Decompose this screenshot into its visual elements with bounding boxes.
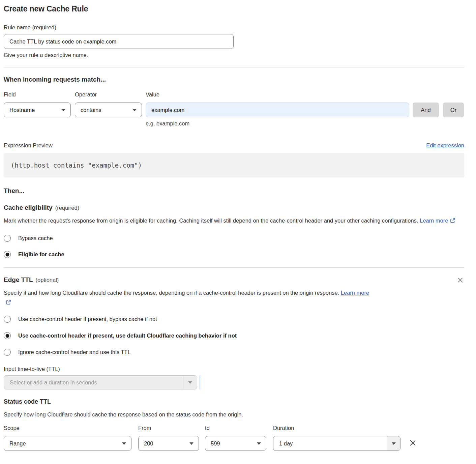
radio-label: Ignore cache-control header and use this…: [18, 349, 131, 355]
create-cache-rule-form: Create new Cache Rule Rule name (require…: [4, 0, 464, 451]
status-code-ttl-heading: Status code TTL: [4, 398, 464, 405]
value-input[interactable]: [146, 103, 409, 117]
edge-ttl-description: Specify if and how long Cloudflare shoul…: [4, 288, 375, 308]
rule-name-help: Give your rule a descriptive name.: [4, 52, 464, 58]
to-select-value: 599: [211, 440, 220, 447]
ttl-duration-select[interactable]: Select or add a duration in seconds: [4, 375, 197, 389]
chevron-down-icon[interactable]: [183, 376, 197, 389]
value-label: Value: [146, 91, 409, 99]
radio-eligible-for-cache[interactable]: Eligible for cache: [4, 251, 464, 258]
or-button[interactable]: Or: [443, 103, 464, 117]
field-label: Field: [4, 91, 71, 99]
radio-icon[interactable]: [4, 235, 11, 242]
expression-preview-label: Expression Preview: [4, 142, 53, 149]
external-link-icon: [6, 298, 11, 308]
radio-bypass-cache[interactable]: Bypass cache: [4, 235, 464, 242]
section-divider: [4, 67, 464, 67]
duration-select[interactable]: 1 day: [273, 436, 400, 451]
value-help: e.g. example.com: [146, 120, 409, 127]
radio-label: Use cache-control header if present, use…: [18, 332, 237, 339]
chevron-down-icon: [189, 442, 194, 445]
operator-select-value: contains: [81, 107, 101, 113]
duration-select-value: 1 day: [273, 436, 387, 451]
radio-label: Use cache-control header if present, byp…: [18, 316, 157, 322]
from-select-value: 200: [144, 440, 153, 447]
radio-cache-control-bypass[interactable]: Use cache-control header if present, byp…: [4, 316, 464, 323]
section-divider: [4, 267, 464, 268]
ttl-duration-placeholder: Select or add a duration in seconds: [4, 376, 183, 389]
required-badge: (required): [55, 205, 80, 211]
scope-select-value: Range: [9, 440, 26, 447]
edge-ttl-heading: Edge TTL(optional): [4, 276, 59, 284]
radio-icon[interactable]: [4, 316, 11, 323]
status-code-ttl-row: Scope Range From 200 to 599: [4, 425, 464, 451]
rule-name-label: Rule name (required): [4, 24, 464, 31]
status-code-ttl-description: Specify how long Cloudflare should cache…: [4, 410, 464, 419]
close-icon[interactable]: [456, 276, 464, 285]
field-select[interactable]: Hostname: [4, 103, 71, 117]
radio-icon[interactable]: [4, 349, 11, 356]
radio-ignore-cache-control[interactable]: Ignore cache-control header and use this…: [4, 349, 464, 356]
radio-icon-checked[interactable]: [4, 332, 11, 339]
chevron-down-icon[interactable]: [387, 436, 400, 451]
field-select-value: Hostname: [9, 107, 35, 113]
operator-select[interactable]: contains: [75, 103, 142, 117]
scope-select[interactable]: Range: [4, 436, 131, 451]
external-link-icon: [450, 216, 455, 226]
scope-label: Scope: [4, 425, 131, 432]
radio-cache-control-default[interactable]: Use cache-control header if present, use…: [4, 332, 464, 339]
learn-more-link[interactable]: Learn more: [420, 218, 448, 224]
chevron-down-icon: [122, 442, 126, 445]
to-label: to: [205, 425, 266, 432]
and-button[interactable]: And: [413, 103, 439, 117]
edit-expression-link[interactable]: Edit expression: [426, 142, 464, 149]
ttl-input-label: Input time-to-live (TTL): [4, 366, 464, 372]
then-heading: Then...: [4, 187, 464, 195]
match-heading: When incoming requests match...: [4, 76, 464, 83]
optional-badge: (optional): [36, 277, 59, 283]
chevron-down-icon: [132, 109, 137, 111]
operator-label: Operator: [75, 91, 142, 99]
from-label: From: [138, 425, 199, 432]
cache-eligibility-description: Mark whether the request's response from…: [4, 216, 463, 226]
from-select[interactable]: 200: [138, 436, 199, 451]
chevron-down-icon: [257, 442, 261, 445]
radio-label: Eligible for cache: [18, 251, 64, 258]
learn-more-link[interactable]: Learn more: [341, 290, 369, 296]
radio-label: Bypass cache: [18, 235, 53, 241]
duration-label: Duration: [273, 425, 400, 432]
chevron-down-icon: [61, 109, 65, 111]
expression-code: (http.host contains "example.com"): [4, 153, 464, 177]
text-cursor: [200, 375, 200, 389]
to-select[interactable]: 599: [205, 436, 266, 451]
match-condition-row: Field Hostname Operator contains Value e…: [4, 91, 464, 127]
page-title: Create new Cache Rule: [4, 4, 464, 13]
radio-icon-checked[interactable]: [4, 251, 11, 258]
cache-eligibility-heading: Cache eligibility(required): [4, 204, 464, 211]
delete-status-code-rule-icon[interactable]: [408, 438, 417, 448]
rule-name-input[interactable]: [4, 34, 234, 49]
